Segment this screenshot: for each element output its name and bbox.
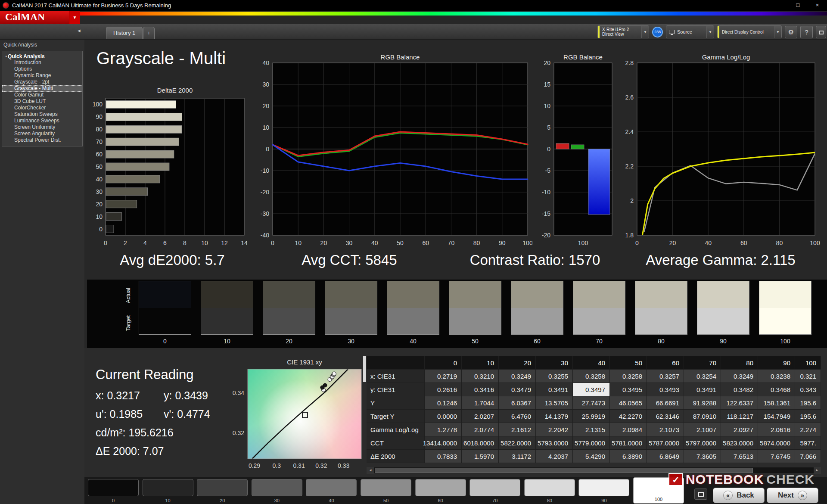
table-cell[interactable]: 7.6745 [758,450,795,463]
sidebar-item-screen-uniformity[interactable]: Screen Uniformity [2,124,82,131]
table-cell[interactable]: 2.0984 [610,423,647,436]
table-cell[interactable]: 6.4760 [499,410,536,423]
tab-add-button[interactable]: + [143,27,155,39]
sidebar-item-grayscale-2pt[interactable]: Grayscale - 2pt [2,79,82,85]
table-cell[interactable]: 66.6691 [647,396,684,410]
table-cell[interactable]: 0.3254 [684,370,721,383]
table-cell[interactable]: 4.2037 [536,450,573,463]
table-cell[interactable]: 0.1246 [425,396,462,410]
chevron-down-icon[interactable]: ▼ [706,26,714,38]
level-button-80[interactable] [524,479,575,496]
maximize-button[interactable]: □ [788,0,808,11]
table-cell[interactable]: 0.3258 [573,370,610,383]
table-cell[interactable]: 46.0565 [610,396,647,410]
table-cell[interactable]: 5823.0000 [721,436,758,450]
table-cell[interactable]: 0.3210 [462,370,499,383]
table-cell[interactable]: 195.6 [795,410,821,423]
table-cell[interactable]: 7.3605 [684,450,721,463]
table-cell[interactable]: 0.3493 [647,383,684,396]
sidebar-item-quick-analysis[interactable]: Quick Analysis [2,53,82,59]
table-cell[interactable]: 13.5705 [536,396,573,410]
table-cell[interactable]: 0.3249 [499,370,536,383]
source-dropdown[interactable]: Source ▼ [666,25,714,38]
table-cell[interactable]: 6018.0000 [462,436,499,450]
scroll-right-icon[interactable]: ► [814,467,821,473]
table-cell[interactable]: 2.2042 [536,423,573,436]
sidebar-item-dynamic-range[interactable]: Dynamic Range [2,72,82,79]
level-button-0[interactable] [88,479,139,496]
table-cell[interactable]: 2.0616 [758,423,795,436]
help-button[interactable]: ? [800,26,813,38]
minimize-button[interactable]: − [769,0,788,11]
table-cell[interactable]: 2.1073 [647,423,684,436]
table-cell[interactable]: 0.3257 [647,370,684,383]
table-cell[interactable]: 13414.0000 [425,436,462,450]
table-cell[interactable]: 0.3491 [684,383,721,396]
level-button-40[interactable] [306,479,357,496]
sidebar-item-color-gamut[interactable]: Color Gamut [2,92,82,98]
calman-logo[interactable]: CalMAN ▼ [0,11,80,24]
logo-menu-arrow-icon[interactable]: ▼ [69,11,80,24]
sidebar-item-3d-cube-lut[interactable]: 3D Cube LUT [2,98,82,105]
table-cell[interactable]: 2.0927 [721,423,758,436]
table-cell[interactable]: 0.3238 [758,370,795,383]
table-cell[interactable]: 195.6 [795,396,821,410]
table-cell[interactable]: 0.7833 [425,450,462,463]
sidebar-item-colorchecker[interactable]: ColorChecker [2,105,82,111]
table-cell[interactable]: 25.9919 [573,410,610,423]
level-button-50[interactable] [361,479,411,496]
table-cell[interactable]: 1.2778 [425,423,462,436]
tab-history-1[interactable]: History 1 [106,27,143,39]
level-button-70[interactable] [469,479,520,496]
table-cell[interactable]: 0.3479 [499,383,536,396]
table-cell[interactable]: 0.343 [795,383,821,396]
settings-button[interactable]: ⚙ [785,26,797,38]
table-cell[interactable]: 6.8649 [647,450,684,463]
table-cell[interactable]: 7.066 [795,450,821,463]
table-cell[interactable]: 2.0774 [462,423,499,436]
table-cell[interactable]: 7.6513 [721,450,758,463]
sidebar-item-spectral-power-dist[interactable]: Spectral Power Dist. [2,137,82,143]
table-cell[interactable]: 0.3495 [610,383,647,396]
table-cell[interactable]: 5.4290 [573,450,610,463]
close-button[interactable]: × [808,0,827,11]
table-cell[interactable]: 62.3146 [647,410,684,423]
table-cell[interactable]: 0.2616 [425,383,462,396]
table-cell[interactable]: 5822.0000 [499,436,536,450]
collapse-sidebar-button[interactable]: ◄ [77,28,81,33]
table-cell[interactable]: 1.5970 [462,450,499,463]
sidebar-item-saturation-sweeps[interactable]: Saturation Sweeps [2,111,82,118]
scroll-left-icon[interactable]: ◄ [367,467,374,473]
table-cell[interactable]: 3.1172 [499,450,536,463]
level-button-60[interactable] [415,479,466,496]
table-cell[interactable]: 2.1315 [573,423,610,436]
window-pin-button[interactable] [816,26,826,38]
sidebar-item-options[interactable]: Options [2,66,82,72]
back-button[interactable]: « Back [713,488,765,503]
table-cell[interactable]: 91.9288 [684,396,721,410]
table-scroll-marker[interactable] [363,356,366,382]
level-button-10[interactable] [143,479,193,496]
table-cell[interactable]: 42.2270 [610,410,647,423]
table-cell[interactable]: 118.1217 [721,410,758,423]
table-cell[interactable]: 6.0367 [499,396,536,410]
table-cell[interactable]: 2.1007 [684,423,721,436]
next-button[interactable]: Next » [767,488,818,503]
table-cell[interactable]: 0.3258 [610,370,647,383]
table-cell[interactable]: 2.1612 [499,423,536,436]
sidebar-item-introduction[interactable]: Introduction [2,59,82,66]
table-cell[interactable]: 5787.0000 [647,436,684,450]
level-button-20[interactable] [197,479,248,496]
table-cell[interactable]: 0.3249 [721,370,758,383]
table-cell[interactable]: 2.0207 [462,410,499,423]
table-cell[interactable]: 5874.0000 [758,436,795,450]
table-cell[interactable]: 154.7949 [758,410,795,423]
layout-toggle-button[interactable] [694,488,707,500]
table-cell[interactable]: 158.1361 [758,396,795,410]
chevron-down-icon[interactable]: ▼ [774,26,781,38]
sidebar-item-luminance-sweeps[interactable]: Luminance Sweeps [2,118,82,124]
table-cell[interactable]: 14.1379 [536,410,573,423]
table-cell[interactable]: 0.3482 [721,383,758,396]
level-button-90[interactable] [578,479,629,496]
table-cell[interactable]: 0.321 [795,370,821,383]
